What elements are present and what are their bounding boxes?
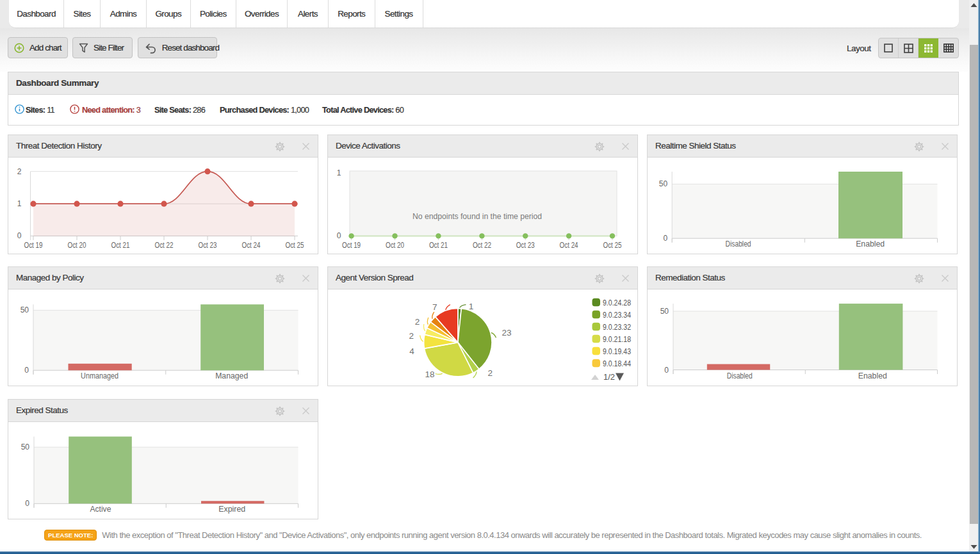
- svg-text:Oct 20: Oct 20: [68, 241, 86, 250]
- svg-text:9.0.23.34: 9.0.23.34: [603, 310, 631, 320]
- svg-text:Oct 24: Oct 24: [242, 241, 261, 250]
- svg-text:0: 0: [25, 499, 29, 508]
- svg-text:1: 1: [337, 168, 341, 177]
- svg-text:2: 2: [415, 317, 420, 327]
- svg-text:2: 2: [409, 331, 414, 341]
- svg-text:Expired: Expired: [218, 505, 245, 514]
- svg-text:Oct 22: Oct 22: [155, 241, 174, 250]
- svg-text:1/2: 1/2: [603, 372, 615, 382]
- svg-text:Enabled: Enabled: [856, 240, 885, 248]
- svg-text:Disabled: Disabled: [726, 240, 751, 248]
- svg-text:Active: Active: [90, 505, 111, 514]
- svg-text:18: 18: [425, 370, 434, 379]
- svg-text:0: 0: [24, 366, 29, 375]
- svg-text:50: 50: [659, 179, 668, 188]
- svg-text:23: 23: [502, 328, 512, 338]
- svg-text:Unmanaged: Unmanaged: [81, 371, 118, 380]
- svg-text:Oct 25: Oct 25: [286, 241, 304, 250]
- svg-text:50: 50: [20, 306, 29, 314]
- svg-text:9.0.18.44: 9.0.18.44: [603, 359, 631, 368]
- svg-text:Oct 20: Oct 20: [386, 241, 404, 250]
- svg-text:2: 2: [487, 368, 493, 378]
- svg-text:50: 50: [21, 443, 30, 452]
- svg-text:9.0.24.28: 9.0.24.28: [603, 298, 631, 307]
- svg-text:Oct 23: Oct 23: [516, 241, 535, 250]
- svg-text:2: 2: [17, 167, 22, 176]
- svg-text:Disabled: Disabled: [727, 371, 753, 380]
- svg-text:0: 0: [664, 366, 669, 375]
- svg-text:9.0.21.18: 9.0.21.18: [603, 334, 631, 344]
- svg-text:No endpoints found in the time: No endpoints found in the time period: [412, 211, 542, 221]
- svg-text:Managed: Managed: [215, 371, 248, 380]
- svg-text:0: 0: [337, 231, 341, 240]
- svg-text:Oct 23: Oct 23: [199, 241, 217, 250]
- svg-text:4: 4: [409, 346, 414, 356]
- svg-text:7: 7: [432, 302, 437, 312]
- svg-text:1: 1: [17, 199, 22, 208]
- svg-text:Enabled: Enabled: [858, 371, 887, 380]
- svg-text:0: 0: [664, 234, 668, 243]
- svg-text:1: 1: [469, 302, 474, 311]
- svg-text:Oct 22: Oct 22: [473, 241, 491, 250]
- svg-text:Oct 25: Oct 25: [603, 241, 622, 250]
- svg-text:Oct 19: Oct 19: [24, 241, 43, 250]
- svg-text:Oct 19: Oct 19: [342, 241, 361, 250]
- svg-text:9.0.19.43: 9.0.19.43: [603, 346, 631, 356]
- svg-text:9.0.23.32: 9.0.23.32: [603, 322, 631, 332]
- svg-text:Oct 21: Oct 21: [429, 241, 448, 250]
- svg-text:Oct 21: Oct 21: [111, 241, 130, 250]
- svg-text:0: 0: [17, 231, 22, 240]
- svg-text:50: 50: [660, 307, 669, 316]
- svg-text:Oct 24: Oct 24: [560, 241, 578, 250]
